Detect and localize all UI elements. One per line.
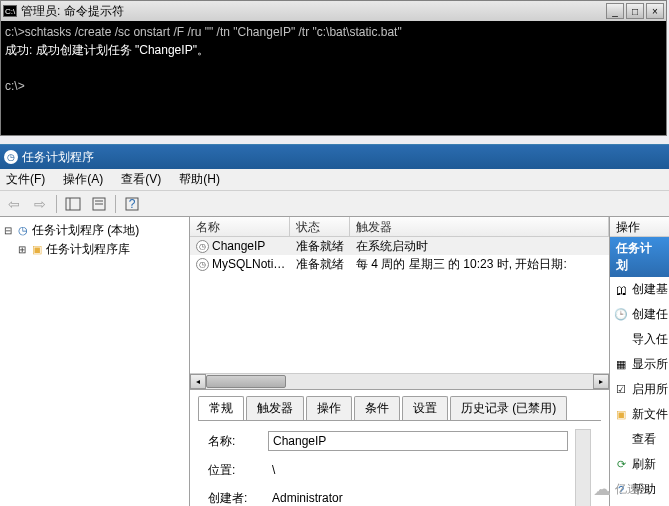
expand-icon[interactable]: ⊞ — [16, 244, 28, 256]
toolbar: ⇦ ⇨ ? — [0, 191, 669, 217]
scroll-right-button[interactable]: ▸ — [593, 374, 609, 389]
action-new-folder[interactable]: ▣ 新文件 — [610, 402, 669, 427]
name-field[interactable] — [268, 431, 568, 451]
clock-icon: ◷ — [4, 150, 18, 164]
task-state: 准备就绪 — [290, 256, 350, 273]
close-button[interactable]: × — [646, 3, 664, 19]
tree-library-label: 任务计划程序库 — [46, 241, 130, 258]
scheduler-icon: ◷ — [16, 224, 30, 238]
author-value: Administrator — [268, 489, 591, 506]
menu-view[interactable]: 查看(V) — [119, 169, 163, 190]
action-view[interactable]: 查看 — [610, 427, 669, 452]
back-icon: ⇦ — [4, 194, 24, 214]
actions-pane: 操作 任务计划 🕮 创建基 🕒 创建任 导入任 ▦ 显示所 ☑ 启用所 — [609, 217, 669, 506]
task-scheduler-window: ◷ 任务计划程序 文件(F) 操作(A) 查看(V) 帮助(H) ⇦ ⇨ ? ⊟… — [0, 144, 669, 506]
detail-body: 名称: 位置: \ 创建者: Administrator — [198, 421, 601, 506]
tab-general[interactable]: 常规 — [198, 396, 244, 420]
list-header: 名称 状态 触发器 — [190, 217, 609, 237]
table-row[interactable]: ◷ChangeIP 准备就绪 在系统启动时 — [190, 237, 609, 255]
horizontal-scrollbar[interactable]: ◂ ▸ — [190, 373, 609, 389]
ts-title: 任务计划程序 — [22, 149, 94, 166]
task-trigger: 每 4 周的 星期三 的 10:23 时, 开始日期: — [350, 256, 609, 273]
cmd-line-2: 成功: 成功创建计划任务 "ChangeIP"。 — [5, 41, 662, 59]
col-trigger[interactable]: 触发器 — [350, 217, 609, 236]
location-value: \ — [268, 461, 591, 479]
brand-text: 亿速云 — [615, 481, 651, 498]
menu-action[interactable]: 操作(A) — [61, 169, 105, 190]
collapse-icon[interactable]: ⊟ — [2, 225, 14, 237]
refresh-icon: ⟳ — [614, 458, 628, 472]
scroll-thumb[interactable] — [206, 375, 286, 388]
table-row[interactable]: ◷MySQLNoti… 准备就绪 每 4 周的 星期三 的 10:23 时, 开… — [190, 255, 609, 273]
svg-rect-0 — [66, 198, 80, 210]
import-icon — [614, 333, 628, 347]
location-label: 位置: — [208, 462, 258, 479]
tab-actions[interactable]: 操作 — [306, 396, 352, 420]
help-toolbar-icon[interactable]: ? — [122, 194, 142, 214]
cmd-titlebar[interactable]: C:\ 管理员: 命令提示符 _ □ × — [1, 1, 666, 21]
list-body[interactable]: ◷ChangeIP 准备就绪 在系统启动时 ◷MySQLNoti… 准备就绪 每… — [190, 237, 609, 373]
scroll-left-button[interactable]: ◂ — [190, 374, 206, 389]
minimize-button[interactable]: _ — [606, 3, 624, 19]
cmd-title: 管理员: 命令提示符 — [21, 3, 606, 20]
ts-body: ⊟ ◷ 任务计划程序 (本地) ⊞ ▣ 任务计划程序库 名称 状态 触发器 — [0, 217, 669, 506]
cloud-icon: ☁ — [593, 478, 611, 500]
tab-settings[interactable]: 设置 — [402, 396, 448, 420]
cmd-line-1: c:\>schtasks /create /sc onstart /F /ru … — [5, 23, 662, 41]
action-enable-history[interactable]: ☑ 启用所 — [610, 377, 669, 402]
detail-author-row: 创建者: Administrator — [208, 489, 591, 506]
task-state: 准备就绪 — [290, 238, 350, 255]
forward-icon: ⇨ — [30, 194, 50, 214]
action-create-task[interactable]: 🕒 创建任 — [610, 302, 669, 327]
tree-root-label: 任务计划程序 (本地) — [32, 222, 139, 239]
task-name: ChangeIP — [212, 239, 265, 253]
tab-history[interactable]: 历史记录 (已禁用) — [450, 396, 567, 420]
maximize-button[interactable]: □ — [626, 3, 644, 19]
ts-titlebar[interactable]: ◷ 任务计划程序 — [0, 145, 669, 169]
new-folder-icon: ▣ — [614, 408, 628, 422]
task-trigger: 在系统启动时 — [350, 238, 609, 255]
menu-file[interactable]: 文件(F) — [4, 169, 47, 190]
name-label: 名称: — [208, 433, 258, 450]
author-label: 创建者: — [208, 490, 258, 507]
task-detail: 常规 触发器 操作 条件 设置 历史记录 (已禁用) 名称: 位置: \ — [190, 390, 609, 506]
create-task-icon: 🕒 — [614, 308, 628, 322]
actions-header: 操作 — [610, 217, 669, 237]
create-basic-icon: 🕮 — [614, 283, 628, 297]
col-name[interactable]: 名称 — [190, 217, 290, 236]
tab-conditions[interactable]: 条件 — [354, 396, 400, 420]
tree-root[interactable]: ⊟ ◷ 任务计划程序 (本地) — [2, 221, 187, 240]
tab-triggers[interactable]: 触发器 — [246, 396, 304, 420]
svg-text:?: ? — [129, 197, 136, 211]
detail-tabs: 常规 触发器 操作 条件 设置 历史记录 (已禁用) — [198, 396, 601, 421]
menubar: 文件(F) 操作(A) 查看(V) 帮助(H) — [0, 169, 669, 191]
properties-icon[interactable] — [89, 194, 109, 214]
enable-history-icon: ☑ — [614, 383, 628, 397]
task-icon: ◷ — [196, 258, 209, 271]
cmd-output[interactable]: c:\>schtasks /create /sc onstart /F /ru … — [1, 21, 666, 135]
folder-icon: ▣ — [30, 243, 44, 257]
detail-name-row: 名称: — [208, 431, 591, 451]
view-icon — [614, 433, 628, 447]
tree-library[interactable]: ⊞ ▣ 任务计划程序库 — [2, 240, 187, 259]
show-hide-tree-icon[interactable] — [63, 194, 83, 214]
cmd-window: C:\ 管理员: 命令提示符 _ □ × c:\>schtasks /creat… — [0, 0, 667, 136]
action-import[interactable]: 导入任 — [610, 327, 669, 352]
action-show-running[interactable]: ▦ 显示所 — [610, 352, 669, 377]
main-panel: 名称 状态 触发器 ◷ChangeIP 准备就绪 在系统启动时 ◷MySQLNo… — [190, 217, 609, 506]
detail-vertical-scrollbar[interactable] — [575, 429, 591, 506]
toolbar-separator — [115, 195, 116, 213]
navigation-tree[interactable]: ⊟ ◷ 任务计划程序 (本地) ⊞ ▣ 任务计划程序库 — [0, 217, 190, 506]
toolbar-separator — [56, 195, 57, 213]
cmd-icon: C:\ — [3, 5, 17, 17]
cmd-line-3: c:\> — [5, 77, 662, 95]
detail-location-row: 位置: \ — [208, 461, 591, 479]
menu-help[interactable]: 帮助(H) — [177, 169, 222, 190]
task-icon: ◷ — [196, 240, 209, 253]
action-create-basic[interactable]: 🕮 创建基 — [610, 277, 669, 302]
cmd-window-buttons: _ □ × — [606, 3, 664, 19]
action-refresh[interactable]: ⟳ 刷新 — [610, 452, 669, 477]
actions-section-title: 任务计划 — [610, 237, 669, 277]
col-state[interactable]: 状态 — [290, 217, 350, 236]
show-running-icon: ▦ — [614, 358, 628, 372]
